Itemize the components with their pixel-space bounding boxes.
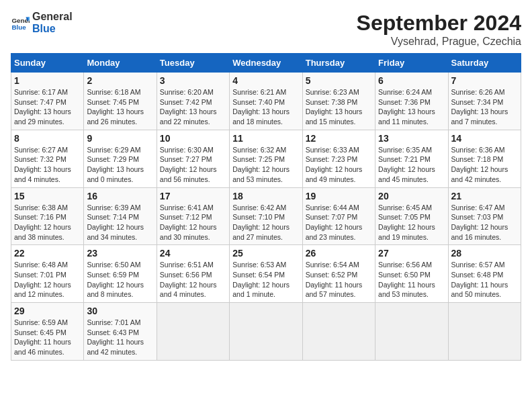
calendar-week-row: 15Sunrise: 6:38 AM Sunset: 7:16 PM Dayli… — [11, 187, 521, 245]
day-info: Sunrise: 6:17 AM Sunset: 7:47 PM Dayligh… — [14, 87, 81, 127]
calendar-week-row: 8Sunrise: 6:27 AM Sunset: 7:32 PM Daylig… — [11, 130, 521, 187]
day-info: Sunrise: 6:18 AM Sunset: 7:45 PM Dayligh… — [87, 87, 153, 127]
table-row: 3Sunrise: 6:20 AM Sunset: 7:42 PM Daylig… — [157, 73, 229, 130]
table-row: 10Sunrise: 6:30 AM Sunset: 7:27 PM Dayli… — [157, 130, 229, 187]
day-info: Sunrise: 6:44 AM Sunset: 7:07 PM Dayligh… — [306, 203, 372, 242]
day-number: 15 — [14, 191, 81, 201]
day-info: Sunrise: 6:56 AM Sunset: 6:50 PM Dayligh… — [378, 260, 445, 300]
day-number: 7 — [451, 75, 518, 86]
table-row: 27Sunrise: 6:56 AM Sunset: 6:50 PM Dayli… — [375, 245, 448, 303]
day-number: 5 — [306, 75, 372, 86]
table-row: 20Sunrise: 6:45 AM Sunset: 7:05 PM Dayli… — [375, 187, 448, 245]
title-area: September 2024 Vysehrad, Prague, Czechia — [357, 11, 521, 48]
day-info: Sunrise: 6:29 AM Sunset: 7:29 PM Dayligh… — [87, 145, 153, 185]
table-row — [448, 303, 521, 361]
table-row: 6Sunrise: 6:24 AM Sunset: 7:36 PM Daylig… — [375, 73, 448, 130]
day-info: Sunrise: 6:23 AM Sunset: 7:38 PM Dayligh… — [306, 87, 372, 127]
day-info: Sunrise: 6:36 AM Sunset: 7:18 PM Dayligh… — [451, 145, 518, 185]
day-number: 11 — [232, 133, 299, 144]
day-number: 1 — [14, 75, 81, 86]
day-number: 4 — [232, 75, 299, 86]
table-row: 7Sunrise: 6:26 AM Sunset: 7:34 PM Daylig… — [448, 73, 521, 130]
table-row: 18Sunrise: 6:42 AM Sunset: 7:10 PM Dayli… — [230, 187, 302, 245]
day-number: 18 — [232, 191, 299, 201]
table-row: 22Sunrise: 6:48 AM Sunset: 7:01 PM Dayli… — [11, 245, 84, 303]
day-info: Sunrise: 6:48 AM Sunset: 7:01 PM Dayligh… — [14, 260, 81, 300]
table-row: 4Sunrise: 6:21 AM Sunset: 7:40 PM Daylig… — [230, 73, 302, 130]
table-row: 15Sunrise: 6:38 AM Sunset: 7:16 PM Dayli… — [11, 187, 84, 245]
table-row: 25Sunrise: 6:53 AM Sunset: 6:54 PM Dayli… — [230, 245, 302, 303]
day-number: 25 — [232, 248, 299, 259]
page-header: General Blue General Blue September 2024… — [11, 11, 521, 48]
day-info: Sunrise: 6:50 AM Sunset: 6:59 PM Dayligh… — [87, 260, 153, 300]
day-number: 10 — [160, 133, 226, 144]
day-number: 24 — [160, 248, 226, 259]
day-info: Sunrise: 6:33 AM Sunset: 7:23 PM Dayligh… — [306, 145, 372, 185]
day-info: Sunrise: 6:57 AM Sunset: 6:48 PM Dayligh… — [451, 260, 518, 300]
table-row: 19Sunrise: 6:44 AM Sunset: 7:07 PM Dayli… — [302, 187, 375, 245]
table-row: 21Sunrise: 6:47 AM Sunset: 7:03 PM Dayli… — [448, 187, 521, 245]
day-info: Sunrise: 6:26 AM Sunset: 7:34 PM Dayligh… — [451, 87, 518, 127]
day-number: 17 — [160, 191, 226, 201]
header-monday: Monday — [84, 54, 157, 73]
day-info: Sunrise: 6:59 AM Sunset: 6:45 PM Dayligh… — [14, 318, 81, 357]
day-number: 26 — [306, 248, 372, 259]
table-row — [157, 303, 229, 361]
calendar-week-row: 29Sunrise: 6:59 AM Sunset: 6:45 PM Dayli… — [11, 303, 521, 361]
header-tuesday: Tuesday — [157, 54, 229, 73]
day-number: 2 — [87, 75, 153, 86]
day-number: 29 — [14, 306, 81, 316]
table-row: 29Sunrise: 6:59 AM Sunset: 6:45 PM Dayli… — [11, 303, 84, 361]
day-number: 8 — [14, 133, 81, 144]
day-info: Sunrise: 6:24 AM Sunset: 7:36 PM Dayligh… — [378, 87, 445, 127]
logo-blue: Blue — [32, 23, 73, 35]
day-info: Sunrise: 6:38 AM Sunset: 7:16 PM Dayligh… — [14, 203, 81, 242]
day-info: Sunrise: 6:27 AM Sunset: 7:32 PM Dayligh… — [14, 145, 81, 185]
day-number: 23 — [87, 248, 153, 259]
table-row: 9Sunrise: 6:29 AM Sunset: 7:29 PM Daylig… — [84, 130, 157, 187]
table-row: 1Sunrise: 6:17 AM Sunset: 7:47 PM Daylig… — [11, 73, 84, 130]
day-number: 6 — [378, 75, 445, 86]
logo-icon: General Blue — [11, 13, 30, 32]
day-info: Sunrise: 6:21 AM Sunset: 7:40 PM Dayligh… — [232, 87, 299, 127]
table-row: 14Sunrise: 6:36 AM Sunset: 7:18 PM Dayli… — [448, 130, 521, 187]
calendar-table: Sunday Monday Tuesday Wednesday Thursday… — [11, 53, 521, 361]
day-info: Sunrise: 6:35 AM Sunset: 7:21 PM Dayligh… — [378, 145, 445, 185]
table-row — [230, 303, 302, 361]
table-row: 13Sunrise: 6:35 AM Sunset: 7:21 PM Dayli… — [375, 130, 448, 187]
table-row — [302, 303, 375, 361]
day-number: 19 — [306, 191, 372, 201]
day-number: 16 — [87, 191, 153, 201]
day-number: 28 — [451, 248, 518, 259]
table-row: 5Sunrise: 6:23 AM Sunset: 7:38 PM Daylig… — [302, 73, 375, 130]
day-info: Sunrise: 6:47 AM Sunset: 7:03 PM Dayligh… — [451, 203, 518, 242]
logo-general: General — [32, 11, 73, 23]
table-row: 26Sunrise: 6:54 AM Sunset: 6:52 PM Dayli… — [302, 245, 375, 303]
day-number: 12 — [306, 133, 372, 144]
svg-text:Blue: Blue — [11, 23, 26, 30]
header-friday: Friday — [375, 54, 448, 73]
table-row: 12Sunrise: 6:33 AM Sunset: 7:23 PM Dayli… — [302, 130, 375, 187]
day-number: 14 — [451, 133, 518, 144]
header-saturday: Saturday — [448, 54, 521, 73]
table-row: 17Sunrise: 6:41 AM Sunset: 7:12 PM Dayli… — [157, 187, 229, 245]
day-info: Sunrise: 7:01 AM Sunset: 6:43 PM Dayligh… — [87, 318, 153, 357]
day-info: Sunrise: 6:45 AM Sunset: 7:05 PM Dayligh… — [378, 203, 445, 242]
location: Vysehrad, Prague, Czechia — [357, 36, 521, 48]
day-number: 13 — [378, 133, 445, 144]
header-thursday: Thursday — [302, 54, 375, 73]
day-info: Sunrise: 6:20 AM Sunset: 7:42 PM Dayligh… — [160, 87, 226, 127]
header-sunday: Sunday — [11, 54, 84, 73]
calendar-week-row: 22Sunrise: 6:48 AM Sunset: 7:01 PM Dayli… — [11, 245, 521, 303]
table-row — [375, 303, 448, 361]
day-info: Sunrise: 6:39 AM Sunset: 7:14 PM Dayligh… — [87, 203, 153, 242]
table-row: 28Sunrise: 6:57 AM Sunset: 6:48 PM Dayli… — [448, 245, 521, 303]
calendar-week-row: 1Sunrise: 6:17 AM Sunset: 7:47 PM Daylig… — [11, 73, 521, 130]
day-number: 27 — [378, 248, 445, 259]
day-number: 21 — [451, 191, 518, 201]
day-info: Sunrise: 6:53 AM Sunset: 6:54 PM Dayligh… — [232, 260, 299, 300]
day-info: Sunrise: 6:51 AM Sunset: 6:56 PM Dayligh… — [160, 260, 226, 300]
day-info: Sunrise: 6:41 AM Sunset: 7:12 PM Dayligh… — [160, 203, 226, 242]
table-row: 16Sunrise: 6:39 AM Sunset: 7:14 PM Dayli… — [84, 187, 157, 245]
month-title: September 2024 — [357, 11, 521, 36]
